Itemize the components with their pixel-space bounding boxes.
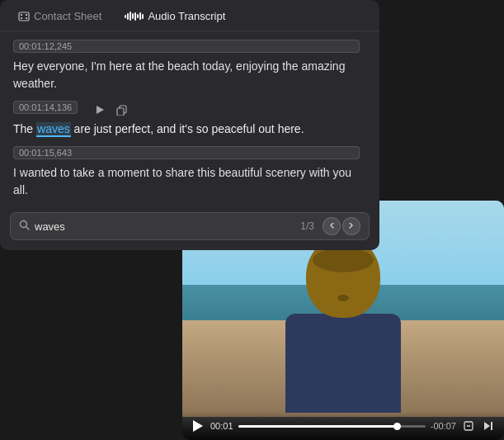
transcript-text-2: The waves are just perfect, and it's so … [13,121,366,138]
transcript-text-3: I wanted to take a moment to share this … [13,164,366,199]
person-body [285,314,401,413]
copy-entry-button[interactable] [112,101,130,119]
svg-rect-4 [26,17,27,19]
svg-marker-5 [97,106,104,114]
svg-line-9 [26,227,29,229]
svg-point-8 [21,221,27,228]
video-fullscreen-button[interactable] [461,419,476,433]
transcript-entry-2: 00:01:14,136 The wa [13,101,366,138]
tab-audio-transcript-label: Audio Transcript [148,10,225,22]
video-play-button[interactable] [191,419,205,433]
video-controls: 00:01 -00:07 [182,412,504,440]
search-navigation [323,217,360,235]
transcript-panel: Contact Sheet Audio Transcript 0 [0,0,379,250]
search-input[interactable] [35,220,295,233]
video-skip-forward-button[interactable] [481,419,496,433]
tab-bar: Contact Sheet Audio Transcript [0,0,379,31]
video-current-time: 00:01 [210,421,233,431]
video-progress-handle[interactable] [393,423,401,430]
svg-rect-2 [26,14,27,16]
search-bar: 1/3 [10,212,370,240]
video-remaining-time: -00:07 [431,421,456,431]
svg-marker-11 [484,422,490,430]
svg-rect-0 [19,12,29,21]
timestamp-2[interactable]: 00:01:14,136 [13,101,78,114]
search-count: 1/3 [300,220,314,232]
transcript-entry-1: 00:01:12,245 Hey everyone, I'm here at t… [13,40,366,92]
tab-contact-sheet-label: Contact Sheet [34,10,101,22]
tab-contact-sheet[interactable]: Contact Sheet [10,7,110,26]
timestamp-3[interactable]: 00:01:15,643 [13,146,360,159]
waveform-icon [125,12,144,21]
search-icon [19,220,30,233]
video-progress-bar[interactable] [238,425,426,428]
timestamp-actions-row: 00:01:14,136 [13,101,366,119]
search-next-button[interactable] [342,217,360,235]
entry-actions [91,101,130,119]
svg-rect-1 [21,14,22,16]
film-icon [18,11,30,22]
svg-rect-12 [491,422,492,430]
play-triangle-icon [193,420,203,432]
tab-audio-transcript[interactable]: Audio Transcript [116,7,233,26]
svg-rect-3 [21,17,22,19]
transcript-content: 00:01:12,245 Hey everyone, I'm here at t… [0,31,379,207]
timestamp-1[interactable]: 00:01:12,245 [13,40,360,53]
transcript-text-1: Hey everyone, I'm here at the beach toda… [13,58,366,92]
search-highlight: waves [36,122,71,137]
svg-rect-7 [117,108,124,116]
video-progress-fill [238,425,398,428]
search-prev-button[interactable] [323,217,341,235]
play-entry-button[interactable] [91,101,109,119]
transcript-entry-3: 00:01:15,643 I wanted to take a moment t… [13,146,366,199]
